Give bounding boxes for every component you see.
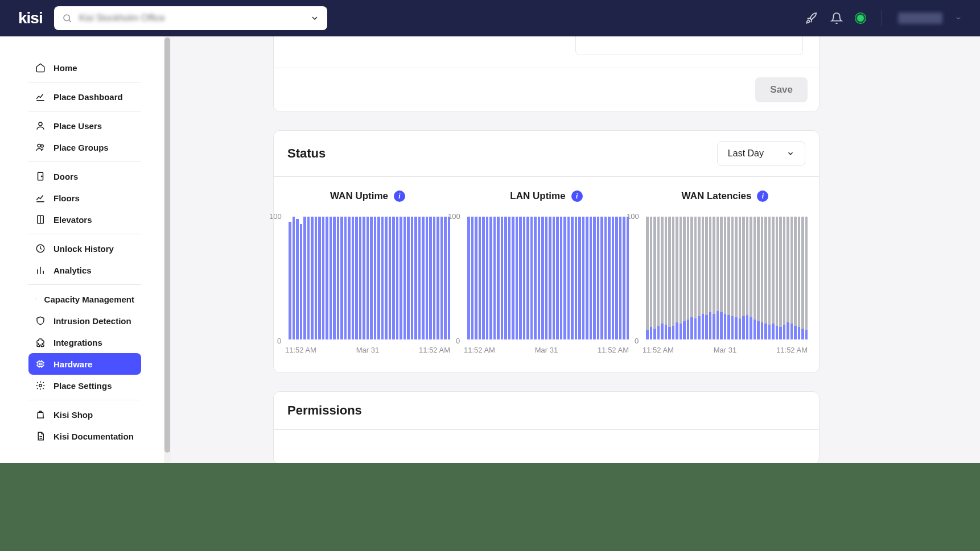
chevron-down-icon: [787, 150, 794, 158]
place-search[interactable]: [54, 6, 327, 30]
y-tick: 100: [269, 212, 282, 221]
x-ticks: 11:52 AMMar 3111:52 AM: [285, 346, 450, 354]
scrollbar-thumb[interactable]: [164, 38, 170, 453]
puzzle-icon: [35, 337, 46, 347]
y-tick: 0: [456, 337, 460, 345]
y-tick: 100: [448, 212, 460, 221]
x-tick: Mar 31: [714, 346, 736, 354]
sidebar-item-place-groups[interactable]: Place Groups: [28, 136, 141, 158]
info-icon[interactable]: i: [394, 190, 405, 202]
sidebar-item-label: Elevators: [53, 215, 92, 225]
svg-point-12: [39, 384, 42, 387]
x-tick: Mar 31: [535, 346, 558, 354]
sidebar-item-capacity-management[interactable]: Capacity Management: [28, 288, 141, 310]
sidebar-item-home[interactable]: Home: [28, 57, 141, 78]
y-tick: 100: [627, 212, 639, 221]
y-tick: 0: [635, 337, 639, 345]
sidebar-item-unlock-history[interactable]: Unlock History: [28, 238, 141, 259]
x-tick: 11:52 AM: [598, 346, 629, 354]
doc-icon: [35, 431, 46, 441]
x-tick: 11:52 AM: [285, 346, 316, 354]
y-tick: 0: [277, 337, 281, 345]
door-icon: [35, 171, 46, 181]
permissions-title: Permissions: [287, 403, 362, 418]
info-icon[interactable]: i: [571, 190, 583, 202]
floors-icon: [35, 193, 46, 203]
sidebar-item-elevators[interactable]: Elevators: [28, 209, 141, 230]
logo: kisi: [18, 9, 43, 27]
x-ticks: 11:52 AMMar 3111:52 AM: [643, 346, 808, 354]
bell-icon[interactable]: [830, 12, 843, 24]
online-status-dot[interactable]: [855, 13, 866, 23]
x-ticks: 11:52 AMMar 3111:52 AM: [464, 346, 629, 354]
user-menu-chevron-icon[interactable]: [955, 15, 962, 22]
sidebar-item-label: Kisi Documentation: [53, 432, 134, 441]
x-tick: 11:52 AM: [419, 346, 450, 354]
user-name[interactable]: [898, 13, 942, 24]
chart-bars: [289, 217, 450, 339]
x-tick: 11:52 AM: [776, 346, 808, 354]
text-field[interactable]: [575, 36, 803, 55]
settings-card: Save: [273, 36, 820, 112]
bag-icon: [35, 409, 46, 420]
bars-icon: [35, 265, 46, 275]
sidebar-item-label: Doors: [53, 172, 78, 181]
sidebar-item-hardware[interactable]: Hardware: [28, 353, 141, 375]
sidebar-item-kisi-shop[interactable]: Kisi Shop: [28, 404, 141, 425]
sidebar-item-label: Place Groups: [53, 143, 109, 152]
chart-bars: [646, 217, 808, 339]
search-icon: [62, 13, 72, 23]
x-tick: 11:52 AM: [464, 346, 495, 354]
sidebar-item-integrations[interactable]: Integrations: [28, 332, 141, 353]
sidebar-item-label: Home: [53, 63, 77, 73]
status-card: Status Last Day WAN Uptimei100011:52 AMM…: [273, 130, 820, 373]
info-icon[interactable]: i: [757, 190, 768, 202]
sidebar-item-kisi-documentation[interactable]: Kisi Documentation: [28, 425, 141, 447]
sidebar-item-intrusion-detection[interactable]: Intrusion Detection: [28, 310, 141, 332]
top-right-actions: [805, 10, 962, 26]
sidebar-item-place-users[interactable]: Place Users: [28, 115, 141, 136]
chart-lan-uptime: LAN Uptimei100011:52 AMMar 3111:52 AM: [459, 190, 633, 354]
home-icon: [35, 63, 46, 73]
sidebar-item-label: Integrations: [53, 338, 102, 347]
shield-icon: [35, 316, 46, 326]
clock-icon: [35, 243, 46, 254]
svg-rect-10: [38, 362, 43, 367]
chip-icon: [35, 359, 46, 369]
divider: [882, 10, 882, 26]
chart-bars: [467, 217, 629, 339]
sidebar-item-label: Analytics: [53, 266, 92, 275]
sidebar-item-label: Intrusion Detection: [53, 316, 131, 326]
sidebar-item-label: Floors: [53, 193, 80, 203]
sidebar-item-place-settings[interactable]: Place Settings: [28, 375, 141, 396]
chart-wan-uptime: WAN Uptimei100011:52 AMMar 3111:52 AM: [281, 190, 455, 354]
sidebar-item-label: Place Dashboard: [53, 92, 123, 102]
x-tick: Mar 31: [356, 346, 379, 354]
sidebar-item-label: Place Settings: [53, 381, 112, 391]
sidebar-item-label: Hardware: [53, 359, 92, 369]
chart-title-text: WAN Latencies: [682, 190, 752, 202]
sidebar-item-floors[interactable]: Floors: [28, 187, 141, 209]
user-icon: [35, 121, 46, 131]
save-button[interactable]: Save: [755, 77, 808, 102]
sidebar-item-label: Kisi Shop: [53, 410, 93, 420]
permissions-card: Permissions: [273, 391, 820, 465]
chart-title-text: WAN Uptime: [330, 190, 388, 202]
users-icon: [35, 142, 46, 152]
sidebar-item-doors[interactable]: Doors: [28, 165, 141, 187]
sidebar-item-place-dashboard[interactable]: Place Dashboard: [28, 86, 141, 107]
bottom-band: [0, 463, 980, 551]
svg-point-0: [64, 15, 70, 21]
time-range-select[interactable]: Last Day: [717, 141, 805, 166]
sidebar-item-analytics[interactable]: Analytics: [28, 259, 141, 281]
svg-rect-11: [40, 363, 42, 365]
chart-icon: [35, 92, 46, 102]
sidebar-item-label: Place Users: [53, 121, 102, 131]
rocket-icon[interactable]: [805, 12, 818, 24]
capacity-icon: [35, 294, 36, 304]
top-nav: kisi: [0, 0, 980, 36]
sidebar-item-label: Unlock History: [53, 244, 114, 254]
svg-point-1: [39, 122, 42, 126]
time-range-label: Last Day: [728, 148, 764, 159]
search-input[interactable]: [78, 13, 304, 24]
